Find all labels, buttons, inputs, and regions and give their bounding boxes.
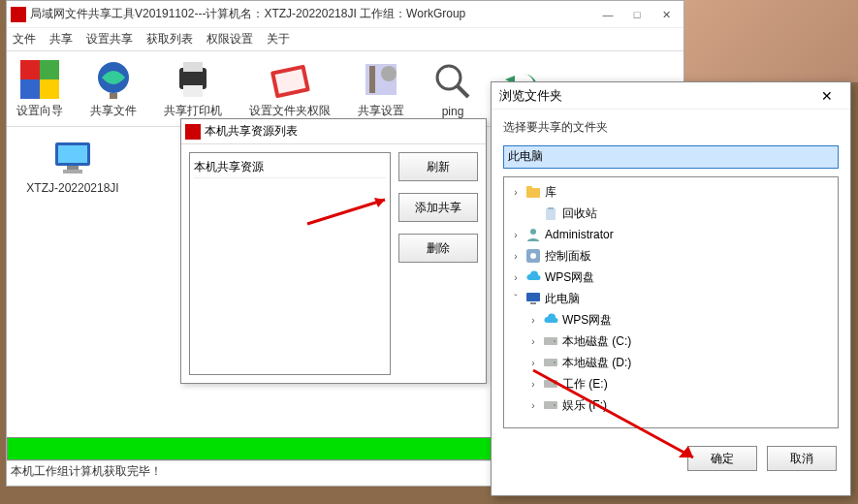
tree-row[interactable]: ›本地磁盘 (D:) [506,352,836,373]
tool-share-file[interactable]: 共享文件 [90,58,137,119]
disk-icon [543,355,558,370]
svg-rect-3 [183,62,203,72]
browse-title: 浏览文件夹 [499,87,562,105]
list-item[interactable]: 本机共享资源 [194,157,386,178]
tree-label: 娱乐 (F:) [562,397,607,414]
menu-permissions[interactable]: 权限设置 [207,31,253,47]
expand-toggle[interactable]: › [510,251,522,262]
tree-row[interactable]: ›娱乐 (F:) [506,394,836,416]
tree-row[interactable]: ˇ此电脑 [506,288,836,309]
share-settings-icon [360,58,402,101]
tree-row[interactable]: ›Administrator [506,224,836,245]
share-resource-list[interactable]: 本机共享资源 [189,152,391,375]
svg-rect-13 [58,145,87,163]
tree-row[interactable]: ›工作 (E:) [506,373,836,394]
expand-toggle[interactable]: › [510,230,522,240]
pc-icon [525,291,541,306]
tree-label: WPS网盘 [545,269,594,286]
minimize-button[interactable]: — [594,5,621,24]
tree-label: 工作 (E:) [562,376,608,393]
user-icon [525,227,541,242]
share-dialog-title-bar: 本机共享资源列表 [181,119,486,144]
browse-title-bar: 浏览文件夹 ✕ [492,82,850,110]
tool-label: ping [442,105,464,118]
expand-toggle[interactable]: › [527,379,539,390]
tree-row[interactable]: ›控制面板 [506,245,836,267]
menu-set-share[interactable]: 设置共享 [86,31,133,47]
svg-line-11 [457,85,468,97]
svg-point-33 [554,404,556,406]
computer-label: XTZJ-20220218JI [24,181,121,195]
tool-wizard[interactable]: 设置向导 [16,58,63,119]
globe-icon [92,58,135,101]
ok-button[interactable]: 确定 [687,446,757,471]
cloud-icon [525,269,541,285]
magnifier-icon [431,60,474,103]
refresh-button[interactable]: 刷新 [398,152,478,181]
tool-share-settings[interactable]: 共享设置 [358,58,404,119]
svg-point-31 [554,383,556,385]
tool-label: 设置文件夹权限 [249,103,331,119]
menu-get-list[interactable]: 获取列表 [146,31,193,47]
folder-perm-icon [269,58,311,101]
control-icon [525,248,541,264]
disk-icon [543,333,558,349]
share-list-dialog: 本机共享资源列表 本机共享资源 刷新 添加共享 删除 [180,118,487,384]
tree-label: 本地磁盘 (C:) [562,333,631,350]
expand-toggle[interactable]: › [527,400,539,411]
svg-point-27 [554,340,556,342]
folder-tree[interactable]: ›库回收站›Administrator›控制面板›WPS网盘ˇ此电脑›WPS网盘… [503,176,839,428]
app-icon [11,7,26,22]
expand-toggle[interactable]: › [527,315,539,326]
browse-subtitle: 选择要共享的文件夹 [492,110,850,142]
tree-row[interactable]: ›本地磁盘 (C:) [506,331,836,352]
svg-point-23 [530,253,536,259]
tool-printer[interactable]: 共享打印机 [164,58,222,119]
disk-icon [543,376,558,392]
title-bar: 局域网文件共享工具V20191102---计算机名：XTZJ-20220218J… [7,1,683,28]
tree-row[interactable]: 回收站 [506,203,836,224]
tree-label: WPS网盘 [562,312,612,329]
delete-button[interactable]: 删除 [398,234,478,263]
tool-label: 共享设置 [358,103,404,119]
svg-rect-8 [369,66,375,93]
menu-share[interactable]: 共享 [49,31,73,47]
tree-label: 库 [545,184,556,201]
monitor-icon [51,137,94,179]
selected-path-field[interactable]: 此电脑 [503,145,839,169]
svg-rect-25 [530,302,536,304]
tree-label: 回收站 [562,205,597,222]
expand-toggle[interactable]: › [527,358,539,368]
close-button[interactable]: ✕ [652,5,680,24]
tool-label: 设置向导 [16,103,63,119]
background-photo [654,0,858,82]
close-button[interactable]: ✕ [811,88,842,104]
folder-yellow-icon [525,184,541,200]
menu-about[interactable]: 关于 [267,31,290,47]
tool-label: 共享打印机 [164,103,222,119]
computer-item[interactable]: XTZJ-20220218JI [24,137,121,195]
tree-row[interactable]: ›库 [506,181,836,203]
tree-row[interactable]: ›WPS网盘 [506,267,836,288]
expand-toggle[interactable]: ˇ [510,294,522,304]
app-icon [185,124,201,140]
svg-rect-1 [110,93,117,99]
tool-ping[interactable]: ping [431,60,474,118]
expand-toggle[interactable]: › [510,272,522,283]
tree-label: 本地磁盘 (D:) [562,355,631,371]
tree-row[interactable]: ›WPS网盘 [506,309,836,331]
cancel-button[interactable]: 取消 [767,446,837,471]
maximize-button[interactable]: □ [623,5,651,24]
tree-label: Administrator [545,228,614,241]
expand-toggle[interactable]: › [527,336,539,347]
tree-label: 控制面板 [545,248,591,265]
svg-rect-19 [526,186,532,190]
svg-rect-14 [67,166,79,170]
expand-toggle[interactable]: › [510,187,522,198]
add-share-button[interactable]: 添加共享 [398,193,478,222]
menu-file[interactable]: 文件 [13,31,36,47]
disk-icon [543,397,558,413]
tree-label: 此电脑 [545,291,580,307]
svg-rect-15 [63,170,82,173]
tool-folder-perm[interactable]: 设置文件夹权限 [249,58,331,119]
